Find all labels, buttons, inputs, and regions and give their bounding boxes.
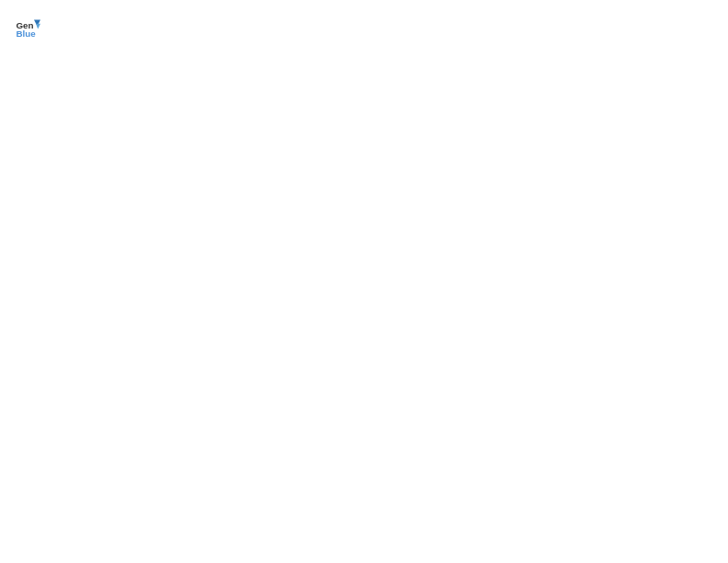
- logo: Gen Blue: [15, 15, 44, 40]
- svg-marker-3: [36, 24, 40, 29]
- svg-text:Blue: Blue: [16, 29, 36, 39]
- logo-icon: Gen Blue: [15, 15, 40, 40]
- page-header: Gen Blue: [15, 15, 713, 40]
